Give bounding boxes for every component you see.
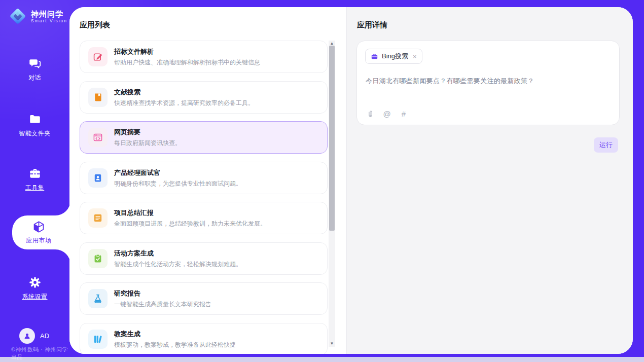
sidebar-item-label: 智能文件夹 (19, 129, 51, 138)
sidebar-item-label: 工具集 (25, 184, 45, 192)
app-card-description: 一键智能生成高质量长文本研究报告 (114, 300, 211, 309)
app-card-description: 帮助用户快速、准确地理解和解析招标书中的关键信息 (114, 58, 260, 67)
clipboard-icon (88, 249, 108, 268)
run-button[interactable]: 运行 (594, 137, 618, 153)
edit-icon (88, 47, 108, 66)
brand-name: 神州问学 (31, 10, 67, 18)
main-panel: 应用列表 招标文件解析帮助用户快速、准确地理解和解析招标书中的关键信息文献搜索快… (69, 7, 633, 354)
app-card-description: 每日政府新闻资讯快查。 (114, 139, 181, 148)
app-card-selected[interactable]: 网页摘要每日政府新闻资讯快查。 (80, 121, 328, 154)
app-card-description: 快速精准查找学术资源，提高研究效率的必备工具。 (114, 99, 254, 107)
cube-icon (32, 220, 46, 234)
app-card[interactable]: 活动方案生成智能生成个性化活动方案，轻松解决规划难题。 (80, 242, 328, 275)
app-card-title: 网页摘要 (114, 128, 181, 137)
app-card-description: 全面回顾项目进展，总结经验教训，助力未来优化发展。 (114, 220, 266, 228)
app-card-description: 模板驱动，教案秒成，教学准备从此轻松快捷 (114, 341, 236, 349)
app-card-title: 研究报告 (114, 289, 211, 298)
app-card[interactable]: 教案生成模板驱动，教案秒成，教学准备从此轻松快捷 (80, 323, 328, 354)
app-card-description: 明确身份和职责，为您提供专业性的面试问题。 (114, 179, 242, 188)
app-card[interactable]: 招标文件解析帮助用户快速、准确地理解和解析招标书中的关键信息 (80, 41, 328, 73)
app-window: 神州问学 Smart Vision 对话智能文件夹工具集应用市场系统设置 AD … (0, 0, 644, 362)
sidebar-item[interactable]: 智能文件夹 (0, 113, 69, 138)
app-card[interactable]: 产品经理面试官明确身份和职责，为您提供专业性的面试问题。 (80, 162, 328, 194)
app-card-title: 招标文件解析 (114, 47, 260, 56)
active-tab-connector-top (55, 200, 70, 215)
hash-icon[interactable]: # (399, 109, 408, 118)
at-icon[interactable]: @ (382, 109, 391, 118)
app-card[interactable]: 文献搜索快速精准查找学术资源，提高研究效率的必备工具。 (80, 81, 328, 114)
tool-chip-label: Bing搜索 (382, 52, 408, 61)
gear-icon (28, 276, 42, 289)
user-profile[interactable]: AD (19, 328, 49, 344)
sidebar-item[interactable]: 系统设置 (0, 276, 69, 301)
app-list-title: 应用列表 (80, 20, 110, 30)
close-icon[interactable]: × (412, 53, 417, 60)
app-card-title: 产品经理面试官 (114, 168, 242, 177)
note-icon (88, 208, 108, 228)
scrollbar[interactable]: ▲ ▼ (329, 41, 335, 347)
paperclip-icon[interactable] (366, 109, 375, 118)
browser-icon (88, 128, 108, 147)
active-tab-connector-bottom (55, 249, 70, 265)
detail-card: Bing搜索 × 今日湖北有哪些新闻要点？有哪些需要关注的最新政策？ @ # (356, 41, 620, 125)
brand-subtitle: Smart Vision (31, 18, 67, 23)
user-name: AD (40, 332, 49, 340)
app-list: 招标文件解析帮助用户快速、准确地理解和解析招标书中的关键信息文献搜索快速精准查找… (80, 41, 328, 354)
sidebar-item-label: 对话 (28, 74, 41, 82)
sidebar-footer: ©神州数码 · 神州问学出品 (11, 346, 69, 361)
sidebar-item-label: 系统设置 (22, 293, 48, 301)
chat-icon (28, 57, 42, 70)
app-detail-title: 应用详情 (357, 20, 387, 30)
app-card-title: 项目总结汇报 (114, 208, 266, 218)
scrollbar-thumb[interactable] (329, 46, 335, 231)
app-detail-pane: 应用详情 Bing搜索 × 今日湖北有哪些新闻要点？有哪些需要关注的最新政策？ (347, 7, 633, 354)
person-doc-icon (88, 168, 108, 188)
app-card-title: 教案生成 (114, 330, 236, 339)
app-card-title: 文献搜索 (114, 88, 254, 97)
book-icon (88, 88, 108, 107)
app-card-description: 智能生成个性化活动方案，轻松解决规划难题。 (114, 260, 242, 269)
app-card[interactable]: 项目总结汇报全面回顾项目进展，总结经验教训，助力未来优化发展。 (80, 202, 328, 234)
avatar (19, 328, 35, 344)
folder-icon (28, 113, 42, 126)
sidebar-item-label: 应用市场 (26, 236, 52, 245)
app-card-title: 活动方案生成 (114, 249, 242, 258)
books-icon (88, 330, 108, 349)
input-toolbar: @ # (366, 109, 408, 118)
toolbox-icon (28, 167, 42, 180)
briefcase-icon (371, 53, 378, 60)
scroll-down-icon[interactable]: ▼ (329, 341, 335, 347)
tool-chip-bing[interactable]: Bing搜索 × (365, 49, 422, 64)
person-icon (22, 331, 32, 341)
sidebar-item[interactable]: 工具集 (0, 167, 69, 192)
question-text[interactable]: 今日湖北有哪些新闻要点？有哪些需要关注的最新政策？ (366, 77, 534, 86)
sidebar-item[interactable]: 对话 (0, 57, 69, 82)
app-card[interactable]: 研究报告一键智能生成高质量长文本研究报告 (80, 282, 328, 315)
sidebar-item-active[interactable]: 应用市场 (12, 215, 70, 249)
brand-logo: 神州问学 Smart Vision (8, 7, 67, 26)
flask-icon (88, 289, 108, 308)
sidebar: 神州问学 Smart Vision 对话智能文件夹工具集应用市场系统设置 AD … (0, 0, 69, 357)
diamond-logo-icon (8, 7, 27, 26)
app-list-pane: 应用列表 招标文件解析帮助用户快速、准确地理解和解析招标书中的关键信息文献搜索快… (69, 7, 346, 354)
